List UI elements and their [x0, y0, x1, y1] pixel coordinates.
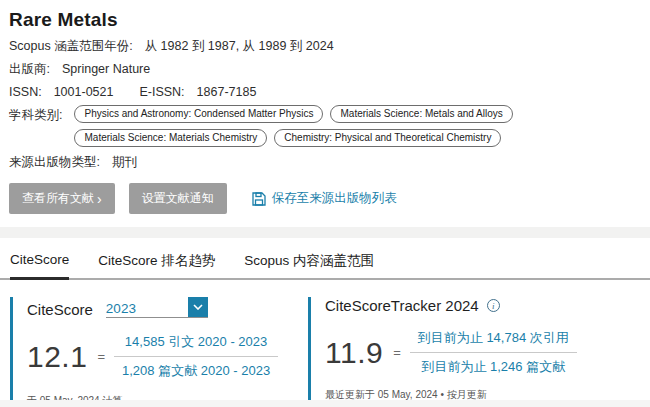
tracker-fraction: 到目前为止 14,784 次引用 到目前为止 1,246 篇文献	[410, 327, 577, 378]
actions-row: 查看所有文献› 设置文献通知 保存至来源出版物列表	[9, 183, 640, 214]
citescore-fraction: 14,585 引文 2020 - 2023 1,208 篇文献 2020 - 2…	[114, 331, 278, 382]
publisher-value: Springer Nature	[62, 61, 150, 77]
save-to-source-list-label: 保存至来源出版物列表	[272, 190, 397, 207]
subject-chip: Chemistry: Physical and Theoretical Chem…	[274, 129, 501, 147]
subject-chip: Physics and Astronomy: Condensed Matter …	[74, 105, 323, 123]
subject-areas-label: 学科类别:	[9, 107, 62, 123]
save-to-source-list-link[interactable]: 保存至来源出版物列表	[252, 190, 397, 207]
eissn-value: 1867-7185	[197, 84, 257, 100]
publisher-label: 出版商:	[9, 61, 50, 77]
citescore-value: 12.1	[27, 340, 87, 374]
view-all-documents-label: 查看所有文献	[22, 190, 94, 207]
issn-label: ISSN:	[9, 84, 42, 100]
citation-count-link[interactable]: 14,585 引文 2020 - 2023	[114, 331, 278, 357]
coverage-value: 从 1982 到 1987, 从 1989 到 2024	[145, 38, 334, 54]
citescore-panel-title: CiteScore	[27, 301, 93, 318]
tracker-value: 11.9	[325, 336, 383, 370]
source-details-page: Rare Metals Scopus 涵盖范围年份: 从 1982 到 1987…	[0, 0, 650, 407]
chevron-right-icon: ›	[97, 194, 102, 204]
info-icon[interactable]: i	[487, 299, 500, 312]
tracker-panel-title: CiteScoreTracker 2024	[325, 297, 479, 314]
coverage-label: Scopus 涵盖范围年份:	[9, 38, 133, 54]
source-type-value: 期刊	[112, 154, 137, 170]
subject-chip: Materials Science: Metals and Alloys	[330, 105, 512, 123]
page-title: Rare Metals	[9, 9, 640, 31]
citescore-panels: CiteScore 2023 12.1 = 14,585 引文 2020 - 2…	[0, 280, 650, 407]
tracker-document-count-link[interactable]: 到目前为止 1,246 篇文献	[410, 353, 577, 378]
citescore-panel-head: CiteScore 2023	[27, 297, 292, 318]
source-type-label: 来源出版物类型:	[9, 154, 100, 170]
eissn-label: E-ISSN:	[139, 84, 184, 100]
issn-value: 1001-0521	[54, 84, 114, 100]
tab-scopus-coverage[interactable]: Scopus 内容涵盖范围	[244, 252, 374, 278]
subject-chip-list: Physics and Astronomy: Condensed Matter …	[74, 105, 634, 147]
citescore-calculation: 12.1 = 14,585 引文 2020 - 2023 1,208 篇文献 2…	[27, 331, 292, 382]
subject-areas-row: 学科类别: Physics and Astronomy: Condensed M…	[9, 107, 640, 147]
citescore-tracker-panel: CiteScoreTracker 2024 i 11.9 = 到目前为止 14,…	[308, 297, 640, 407]
tracker-panel-head: CiteScoreTracker 2024 i	[325, 297, 640, 314]
citescore-year-dropdown[interactable]: 2023	[106, 297, 208, 318]
set-document-alert-label: 设置文献通知	[142, 190, 214, 207]
source-type-row: 来源出版物类型: 期刊	[9, 154, 640, 170]
tracker-citation-count-link[interactable]: 到目前为止 14,784 次引用	[410, 327, 577, 353]
chevron-down-icon	[193, 304, 203, 310]
tab-citescore[interactable]: CiteScore	[10, 252, 69, 280]
bottom-strip	[0, 400, 650, 407]
coverage-years-row: Scopus 涵盖范围年份: 从 1982 到 1987, 从 1989 到 2…	[9, 38, 640, 54]
source-header: Rare Metals Scopus 涵盖范围年份: 从 1982 到 1987…	[0, 0, 650, 227]
publisher-row: 出版商: Springer Nature	[9, 61, 640, 77]
tab-bar: CiteScore CiteScore 排名趋势 Scopus 内容涵盖范围	[0, 238, 650, 280]
tab-citescore-rank-trend[interactable]: CiteScore 排名趋势	[98, 252, 215, 278]
year-dropdown-button[interactable]	[188, 297, 208, 317]
citescore-year-value: 2023	[106, 301, 136, 316]
issn-row: ISSN: 1001-0521 E-ISSN: 1867-7185	[9, 84, 640, 100]
save-icon	[252, 192, 266, 206]
equals-sign: =	[393, 345, 401, 360]
set-document-alert-button[interactable]: 设置文献通知	[129, 183, 227, 214]
subject-chip: Materials Science: Materials Chemistry	[74, 129, 267, 147]
view-all-documents-button[interactable]: 查看所有文献›	[9, 183, 115, 214]
document-count-link[interactable]: 1,208 篇文献 2020 - 2023	[114, 357, 278, 382]
section-divider	[0, 227, 650, 238]
citescore-panel: CiteScore 2023 12.1 = 14,585 引文 2020 - 2…	[10, 297, 292, 407]
tracker-calculation: 11.9 = 到目前为止 14,784 次引用 到目前为止 1,246 篇文献	[325, 327, 640, 378]
equals-sign: =	[97, 349, 105, 364]
